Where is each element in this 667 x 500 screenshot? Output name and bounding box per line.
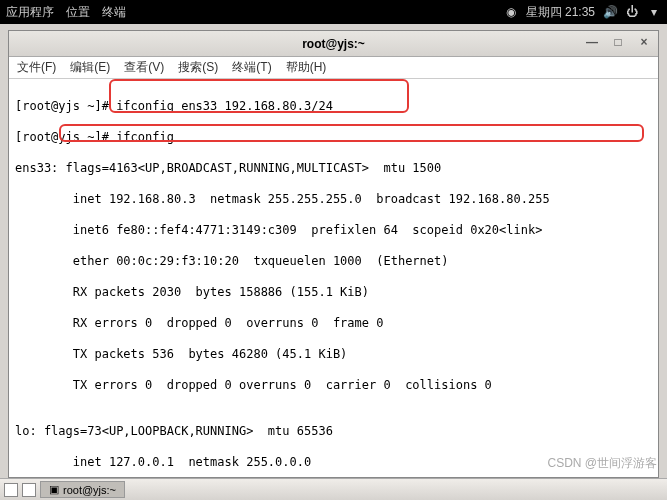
clock[interactable]: 星期四 21:35: [526, 4, 595, 21]
terminal-icon: ▣: [49, 483, 59, 496]
taskbar: ▣ root@yjs:~: [0, 478, 667, 500]
titlebar-controls: — □ ×: [584, 34, 652, 50]
line: lo: flags=73<UP,LOOPBACK,RUNNING> mtu 65…: [15, 424, 652, 440]
menu-places[interactable]: 位置: [66, 4, 90, 21]
close-button[interactable]: ×: [636, 34, 652, 50]
titlebar[interactable]: root@yjs:~ — □ ×: [9, 31, 658, 57]
power-icon[interactable]: ⏻: [625, 5, 639, 19]
line: RX errors 0 dropped 0 overruns 0 frame 0: [15, 316, 652, 332]
line: TX packets 536 bytes 46280 (45.1 KiB): [15, 347, 652, 363]
line: [root@yjs ~]# ifconfig ens33 192.168.80.…: [15, 99, 652, 115]
gnome-top-bar: 应用程序 位置 终端 ◉ 星期四 21:35 🔊 ⏻ ▾: [0, 0, 667, 24]
window-title: root@yjs:~: [302, 37, 365, 51]
line: RX packets 2030 bytes 158886 (155.1 KiB): [15, 285, 652, 301]
terminal-output[interactable]: [root@yjs ~]# ifconfig ens33 192.168.80.…: [9, 79, 658, 477]
menu-file[interactable]: 文件(F): [17, 59, 56, 76]
menu-edit[interactable]: 编辑(E): [70, 59, 110, 76]
line: inet6 fe80::fef4:4771:3149:c309 prefixle…: [15, 223, 652, 239]
menu-applications[interactable]: 应用程序: [6, 4, 54, 21]
taskbar-item-label: root@yjs:~: [63, 484, 116, 496]
menubar: 文件(F) 编辑(E) 查看(V) 搜索(S) 终端(T) 帮助(H): [9, 57, 658, 79]
topbar-right: ◉ 星期四 21:35 🔊 ⏻ ▾: [504, 4, 661, 21]
topbar-left: 应用程序 位置 终端: [6, 4, 126, 21]
menu-view[interactable]: 查看(V): [124, 59, 164, 76]
line: ether 00:0c:29:f3:10:20 txqueuelen 1000 …: [15, 254, 652, 270]
line: [root@yjs ~]# ifconfig: [15, 130, 652, 146]
caret-icon[interactable]: ▾: [647, 5, 661, 19]
watermark: CSDN @世间浮游客: [547, 455, 657, 472]
terminal-window: root@yjs:~ — □ × 文件(F) 编辑(E) 查看(V) 搜索(S)…: [8, 30, 659, 478]
taskbar-item-terminal[interactable]: ▣ root@yjs:~: [40, 481, 125, 498]
line: ens33: flags=4163<UP,BROADCAST,RUNNING,M…: [15, 161, 652, 177]
maximize-button[interactable]: □: [610, 34, 626, 50]
line: inet 192.168.80.3 netmask 255.255.255.0 …: [15, 192, 652, 208]
menu-search[interactable]: 搜索(S): [178, 59, 218, 76]
menu-help[interactable]: 帮助(H): [286, 59, 327, 76]
line: TX errors 0 dropped 0 overruns 0 carrier…: [15, 378, 652, 394]
camera-icon[interactable]: ◉: [504, 5, 518, 19]
menu-terminal[interactable]: 终端: [102, 4, 126, 21]
workspace-switcher-2[interactable]: [22, 483, 36, 497]
minimize-button[interactable]: —: [584, 34, 600, 50]
menu-terminal[interactable]: 终端(T): [232, 59, 271, 76]
volume-icon[interactable]: 🔊: [603, 5, 617, 19]
workspace-switcher-1[interactable]: [4, 483, 18, 497]
